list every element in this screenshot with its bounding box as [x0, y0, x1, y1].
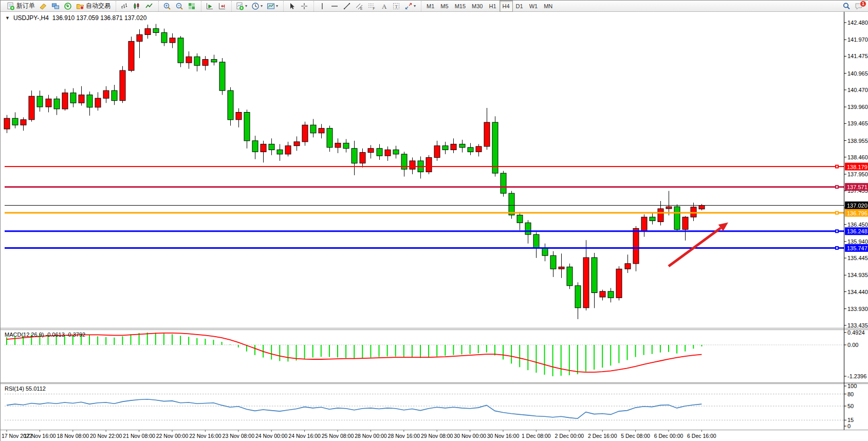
new-order-icon [7, 2, 15, 10]
svg-text:28 Nov 16:00: 28 Nov 16:00 [388, 433, 420, 439]
svg-text:140.965: 140.965 [847, 70, 868, 77]
bar-chart-button[interactable] [118, 1, 131, 12]
chart-shift-button[interactable] [216, 1, 228, 12]
crosshair-button[interactable] [298, 1, 310, 12]
trendline-button[interactable] [341, 1, 353, 12]
svg-text:T: T [395, 4, 398, 9]
candlestick-chart-button[interactable] [131, 1, 143, 12]
vertical-line-button[interactable] [316, 1, 328, 12]
cursor-button[interactable] [286, 1, 298, 12]
svg-text:22 Nov 00:00: 22 Nov 00:00 [156, 433, 189, 439]
arrows-icon [404, 2, 413, 10]
svg-text:100: 100 [847, 383, 857, 389]
svg-text:133.435: 133.435 [847, 322, 868, 328]
periods-button[interactable]: ▾ [249, 1, 265, 12]
timeframe-label-m1: M1 [426, 3, 435, 9]
trade-group: 新订单自动交易 [3, 1, 115, 11]
timeframe-button-m15[interactable]: M15 [452, 1, 469, 12]
svg-text:-1.2396: -1.2396 [847, 373, 866, 379]
svg-text:137.571: 137.571 [847, 184, 867, 190]
svg-text:29 Nov 08:00: 29 Nov 08:00 [421, 433, 453, 439]
timeframe-label-m15: M15 [454, 3, 467, 9]
templates-button[interactable]: ▾ [265, 1, 280, 12]
chat-button[interactable]: 1 [853, 1, 865, 12]
svg-text:136.450: 136.450 [847, 222, 868, 228]
dropdown-caret-icon[interactable]: ▾ [414, 4, 416, 8]
new-order-button-label: 新订单 [16, 2, 35, 10]
svg-text:138.955: 138.955 [847, 138, 868, 144]
timeframe-button-h1[interactable]: H1 [486, 1, 499, 12]
auto-scroll-button[interactable] [204, 1, 216, 12]
dropdown-caret-icon[interactable]: ▾ [261, 4, 263, 8]
svg-text:137.020: 137.020 [847, 203, 867, 209]
insert-group: ▾▾▾ [231, 1, 282, 11]
timeframe-label-d1: D1 [515, 3, 524, 9]
chart-canvas: 142.480141.970141.475140.965140.470139.9… [1, 12, 868, 441]
virtual-hosting-button[interactable] [49, 1, 62, 12]
svg-text:138.179: 138.179 [847, 164, 867, 170]
fibonacci-button[interactable]: F [365, 1, 378, 12]
chart-ohlc-values: 136.910 137.059 136.871 137.020 [52, 14, 147, 22]
svg-text:136.248: 136.248 [847, 228, 867, 234]
timeframe-label-w1: W1 [528, 3, 539, 9]
svg-text:18 Nov 08:00: 18 Nov 08:00 [57, 433, 89, 439]
timeframe-button-m30[interactable]: M30 [469, 1, 486, 12]
timeframe-button-w1[interactable]: W1 [526, 1, 541, 12]
chart-title: ▼ USDJPY-,H4 136.910 137.059 136.871 137… [5, 14, 146, 22]
svg-text:17 Nov 16:00: 17 Nov 16:00 [24, 433, 56, 439]
tile-windows-button[interactable] [186, 1, 198, 12]
template-icon [267, 2, 275, 10]
hosting-icon [51, 2, 60, 10]
search-icon [842, 2, 851, 10]
chart-type-group [116, 1, 157, 11]
arrows-button[interactable]: ▾ [402, 1, 418, 12]
texta-icon: A [380, 2, 388, 10]
autotrading-button[interactable]: 自动交易 [74, 1, 113, 12]
new-order-button[interactable]: 新订单 [5, 1, 37, 12]
svg-text:E: E [360, 7, 363, 10]
timeframe-button-m1[interactable]: M1 [423, 1, 437, 12]
timeframe-label-m30: M30 [471, 3, 484, 9]
bars-icon [120, 2, 128, 10]
indicators-button[interactable]: ▾ [234, 1, 249, 12]
text-button[interactable]: A [378, 1, 390, 12]
tline-icon [343, 2, 351, 10]
hline-icon [330, 2, 339, 10]
svg-text:141.970: 141.970 [847, 36, 868, 43]
metaeditor-button[interactable] [37, 1, 49, 12]
svg-text:6 Dec 00:00: 6 Dec 00:00 [654, 433, 684, 439]
line-chart-button[interactable] [143, 1, 155, 12]
mt4-window: 新订单自动交易▾▾▾EFAT▾M1M5M15M30H1H4D1W1MN1 142… [0, 0, 868, 441]
svg-text:2 Dec 00:00: 2 Dec 00:00 [555, 433, 584, 439]
equidistant-channel-button[interactable]: E [353, 1, 365, 12]
svg-text:142.480: 142.480 [847, 20, 868, 26]
indicators-icon [236, 2, 244, 10]
svg-text:A: A [382, 3, 387, 10]
dropdown-caret-icon[interactable]: ▾ [245, 4, 247, 8]
search-button[interactable] [840, 1, 853, 12]
timeframe-button-d1[interactable]: D1 [513, 1, 526, 12]
svg-text:1 Dec 08:00: 1 Dec 08:00 [522, 433, 551, 439]
zoom-out-button[interactable] [173, 1, 186, 12]
horizontal-line-button[interactable] [328, 1, 341, 12]
timeframe-button-h4[interactable]: H4 [500, 1, 513, 12]
svg-text:24 Nov 16:00: 24 Nov 16:00 [288, 433, 321, 439]
rsi-indicator-label: RSI(14) 55.0112 [5, 385, 46, 392]
vline-icon [318, 2, 326, 10]
timeframe-button-mn[interactable]: MN [541, 1, 556, 12]
timeframe-label-h4: H4 [502, 3, 511, 9]
autoscroll-icon [206, 2, 214, 10]
symbol-dropdown-icon[interactable]: ▼ [5, 15, 10, 21]
timeframe-button-m5[interactable]: M5 [437, 1, 451, 12]
text-label-button[interactable]: T [390, 1, 402, 12]
svg-text:141.475: 141.475 [847, 53, 868, 59]
zoom-group [158, 1, 200, 11]
signals-button[interactable] [62, 1, 74, 12]
svg-text:134.440: 134.440 [847, 289, 868, 295]
timeframe-toolbar: M1M5M15M30H1H4D1W1MN [421, 1, 558, 11]
dropdown-caret-icon[interactable]: ▾ [276, 4, 278, 8]
svg-text:136.796: 136.796 [847, 210, 867, 216]
svg-text:5 Dec 08:00: 5 Dec 08:00 [621, 433, 650, 439]
zoom-in-button[interactable] [161, 1, 173, 12]
crosshair-icon [300, 2, 308, 10]
